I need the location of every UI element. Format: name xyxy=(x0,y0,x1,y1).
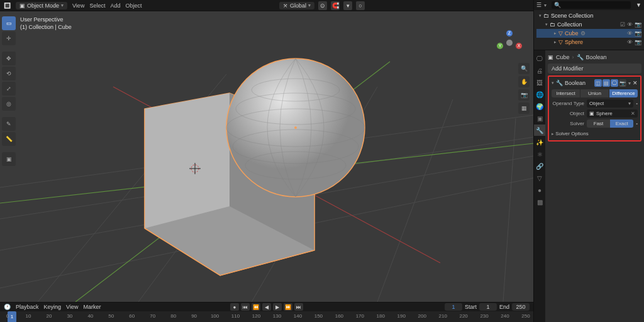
tab-particles[interactable]: ✨ xyxy=(534,136,545,148)
tool-measure[interactable]: 📏 xyxy=(2,132,16,146)
orientation-label: Global xyxy=(290,3,306,9)
viewport-side-widgets: 🔍 ✋ 📷 ▦ xyxy=(518,63,530,114)
op-intersect[interactable]: Intersect xyxy=(552,89,580,97)
properties-tabs: 🖵 🖨 🖼 🌐 🌍 ▣ 🔧 ✨ ⚛ 🔗 ▽ ● ▩ xyxy=(534,50,545,322)
menu-select[interactable]: Select xyxy=(89,3,105,9)
disclosure-icon[interactable]: ▾ xyxy=(545,22,548,27)
solver-fast[interactable]: Fast xyxy=(587,119,610,128)
tab-constraints[interactable]: 🔗 xyxy=(534,160,545,172)
modifier-extras-dropdown[interactable]: ▾ xyxy=(628,80,631,86)
viewport-3d[interactable]: User Perspective (1) Collection | Cube ▭… xyxy=(0,11,533,302)
operand-type-dropdown[interactable]: Object ▾ xyxy=(587,99,633,108)
menu-object[interactable]: Object xyxy=(125,3,142,9)
modifier-name[interactable]: Boolean xyxy=(565,80,592,86)
op-union[interactable]: Union xyxy=(580,89,609,97)
outliner-item-cube[interactable]: ▸ ▽ Cube ⚙ 👁📷 xyxy=(536,29,641,38)
tab-physics[interactable]: ⚛ xyxy=(534,148,545,160)
timeline-menu-marker[interactable]: Marker xyxy=(83,304,101,310)
render-icon[interactable]: 📷 xyxy=(635,30,641,36)
modifier-show-cage[interactable]: ◫ xyxy=(594,79,602,87)
checkbox-icon[interactable]: ☑ xyxy=(620,21,625,28)
tool-scale[interactable]: ⤢ xyxy=(2,82,16,96)
timeline-type-icon[interactable]: 🕐 xyxy=(4,304,11,310)
orientation-dropdown[interactable]: ⤧ Global ▾ xyxy=(279,2,314,9)
tab-material[interactable]: ● xyxy=(534,184,545,196)
proportional-toggle[interactable]: ○ xyxy=(356,1,365,10)
tool-cursor[interactable]: ✛ xyxy=(2,31,16,45)
pivot-dropdown[interactable]: ⊙ xyxy=(318,1,327,10)
disclosure-icon[interactable]: ▸ xyxy=(554,31,557,36)
outliner-item-sphere[interactable]: ▸ ▽ Sphere 👁📷 xyxy=(536,38,641,47)
modifier-show-render[interactable]: 📷 xyxy=(619,79,626,87)
solver-exact[interactable]: Exact xyxy=(610,119,633,128)
tab-world[interactable]: 🌍 xyxy=(534,101,545,112)
animate-property-icon[interactable]: • xyxy=(636,121,638,126)
zoom-icon[interactable]: 🔍 xyxy=(518,63,530,74)
tab-object[interactable]: ▣ xyxy=(534,113,545,124)
menu-view[interactable]: View xyxy=(72,3,84,9)
tool-select-box[interactable]: ▭ xyxy=(2,16,16,30)
tool-annotate[interactable]: ✎ xyxy=(2,117,16,131)
op-difference[interactable]: Difference xyxy=(609,89,638,97)
outliner-scene-collection[interactable]: ▾ 🗀 Scene Collection xyxy=(536,11,641,20)
tool-add-cube[interactable]: ▣ xyxy=(2,152,16,166)
keyframe-next-icon[interactable]: ⏩ xyxy=(284,303,292,311)
tab-render[interactable]: 🖵 xyxy=(534,53,545,64)
pan-icon[interactable]: ✋ xyxy=(518,76,530,87)
gizmo-z-axis[interactable]: Z xyxy=(506,30,513,36)
disclosure-icon[interactable]: ▾ xyxy=(552,80,554,86)
autokey-toggle[interactable]: ● xyxy=(230,303,239,311)
tab-mesh[interactable]: ▽ xyxy=(534,172,545,184)
current-frame-field[interactable]: 1 xyxy=(445,303,462,311)
perspective-icon[interactable]: ▦ xyxy=(518,103,530,114)
camera-icon[interactable]: 📷 xyxy=(518,89,530,101)
disclosure-icon[interactable]: ▾ xyxy=(539,13,541,18)
eye-icon[interactable]: 👁 xyxy=(627,30,633,36)
snap-toggle[interactable]: 🧲 xyxy=(331,1,340,10)
clear-icon[interactable]: ✕ xyxy=(631,111,635,116)
eye-icon[interactable]: 👁 xyxy=(627,21,633,28)
gizmo-y-axis[interactable]: Y xyxy=(497,43,503,49)
jump-end-icon[interactable]: ⏭ xyxy=(294,303,303,311)
tab-modifier[interactable]: 🔧 xyxy=(534,125,545,136)
animate-property-icon[interactable]: • xyxy=(636,101,638,106)
solver-options-disclosure[interactable]: ▸ Solver Options xyxy=(552,130,638,138)
jump-start-icon[interactable]: ⏮ xyxy=(241,303,250,311)
modifier-show-viewport[interactable]: 🖵 xyxy=(611,79,618,87)
menu-add[interactable]: Add xyxy=(110,3,120,9)
editor-type-icon[interactable]: 🔳 xyxy=(4,3,11,9)
timeline-ruler[interactable]: 1 01020304050607080901001101201301401501… xyxy=(0,311,533,322)
boolean-object-field[interactable]: ▣ Sphere ✕ xyxy=(587,109,638,118)
add-modifier-dropdown[interactable]: Add Modifier xyxy=(548,64,641,74)
modifier-show-editmode[interactable]: ▤ xyxy=(602,79,610,87)
tool-rotate[interactable]: ⟲ xyxy=(2,67,16,80)
outliner-type-icon[interactable]: ☰ xyxy=(536,2,541,8)
play-icon[interactable]: ▶ xyxy=(273,303,282,311)
disclosure-icon[interactable]: ▸ xyxy=(554,40,557,45)
end-frame-field[interactable]: 250 xyxy=(512,303,530,311)
eye-icon[interactable]: 👁 xyxy=(627,39,633,45)
timeline-menu-keying[interactable]: Keying xyxy=(44,304,62,310)
close-icon[interactable]: ✕ xyxy=(633,80,638,86)
chevron-down-icon[interactable]: ▾ xyxy=(544,3,547,8)
gizmo-x-axis[interactable]: X xyxy=(516,43,522,49)
start-frame-field[interactable]: 1 xyxy=(479,303,497,311)
tool-move[interactable]: ✥ xyxy=(2,52,16,65)
outliner-collection[interactable]: ▾ 🗀 Collection ☑👁📷 xyxy=(536,20,641,29)
filter-icon[interactable]: ▼ xyxy=(636,2,641,8)
timeline-menu-view[interactable]: View xyxy=(66,304,78,310)
render-icon[interactable]: 📷 xyxy=(635,21,641,28)
tab-scene[interactable]: 🌐 xyxy=(534,89,545,100)
play-reverse-icon[interactable]: ◀ xyxy=(262,303,271,311)
tab-viewlayer[interactable]: 🖼 xyxy=(534,77,545,88)
outliner-search[interactable]: 🔍 xyxy=(552,1,631,9)
render-icon[interactable]: 📷 xyxy=(635,39,641,45)
mode-dropdown[interactable]: ▣ Object Mode ▾ xyxy=(16,2,67,9)
timeline-menu-playback[interactable]: Playback xyxy=(16,304,39,310)
keyframe-prev-icon[interactable]: ⏪ xyxy=(252,303,260,311)
tool-transform[interactable]: ◎ xyxy=(2,97,16,111)
tab-output[interactable]: 🖨 xyxy=(534,65,545,76)
nav-gizmo[interactable]: X Y Z xyxy=(496,29,523,57)
snap-dropdown[interactable]: ▾ xyxy=(343,1,352,10)
tab-texture[interactable]: ▩ xyxy=(534,196,545,208)
